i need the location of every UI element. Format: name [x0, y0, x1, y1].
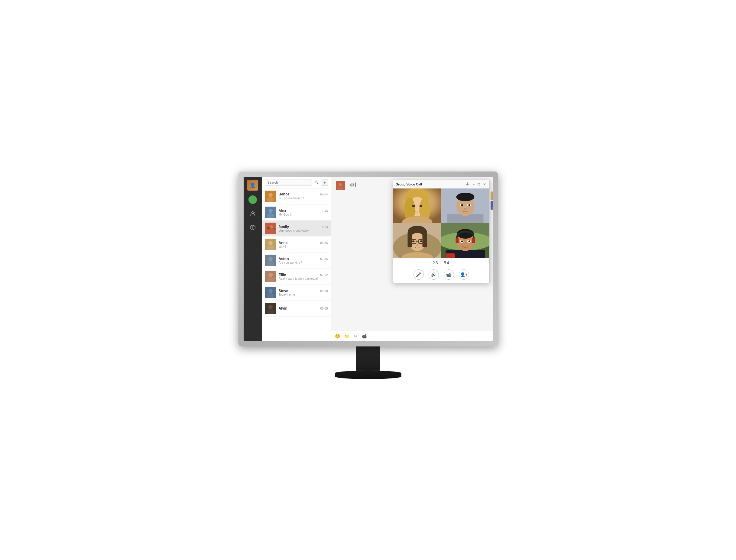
svg-point-58 — [412, 240, 415, 242]
svg-point-13 — [267, 245, 274, 250]
message-preview: Today home — [279, 293, 328, 296]
call-minimize-button[interactable]: − — [472, 182, 476, 186]
message-preview: Really want to play basketball — [279, 277, 328, 280]
list-item[interactable]: Aston 07:45 Are you working? — [262, 253, 331, 269]
sidebar: 👤 — [244, 177, 262, 341]
video-icon[interactable]: 📹 — [361, 334, 366, 339]
svg-point-43 — [461, 204, 463, 206]
contact-name: Alvin — [279, 306, 287, 311]
side-thumbnails — [491, 191, 493, 210]
folder-icon[interactable]: 📁 — [344, 334, 349, 339]
scissors-icon[interactable]: ✂ — [353, 334, 357, 339]
message-time: 08:35 — [320, 241, 328, 245]
call-controls: 🎤 🔊 📹 👤+ — [393, 268, 489, 283]
list-item[interactable]: Ellie 07:12 Really want to play basketba… — [262, 269, 331, 285]
chat-info: Aston 07:45 Are you working? — [279, 257, 328, 264]
call-pin-button[interactable]: 本 — [465, 182, 470, 187]
svg-point-15 — [268, 257, 273, 261]
call-titlebar: Group Voice Call 本 − □ ✕ — [393, 180, 489, 188]
call-title: Group Voice Call — [396, 182, 464, 186]
chat-info: Alvin 05:08 — [279, 306, 328, 311]
avatar — [265, 191, 276, 202]
voice-call-window: Group Voice Call 本 − □ ✕ — [393, 180, 490, 283]
call-close-button[interactable]: ✕ — [482, 182, 487, 186]
list-item[interactable]: Alex 11:45 My God it — [262, 204, 331, 220]
svg-point-8 — [267, 227, 270, 230]
contact-name: Aston — [279, 257, 289, 261]
svg-point-35 — [419, 205, 422, 207]
add-participant-button[interactable]: 👤+ — [459, 269, 469, 280]
avatar — [265, 239, 276, 250]
message-time: 07:12 — [320, 273, 328, 277]
avatar[interactable]: 👤 — [247, 180, 258, 191]
monitor: 👤 — [232, 171, 504, 389]
chat-info: Anne 08:35 Why? — [279, 241, 328, 248]
avatar — [265, 255, 276, 266]
svg-point-60 — [416, 244, 418, 246]
svg-point-2 — [268, 193, 273, 197]
messages-icon[interactable] — [248, 195, 257, 204]
sender-avatar — [336, 181, 345, 190]
list-item[interactable]: Anne 08:35 Why? — [262, 237, 331, 253]
monitor-neck — [356, 346, 380, 371]
svg-point-18 — [268, 273, 273, 277]
avatar — [265, 207, 276, 218]
search-button[interactable]: 🔍 — [314, 179, 320, 186]
contact-name: family — [279, 225, 289, 229]
svg-point-19 — [267, 277, 274, 282]
svg-point-25 — [267, 309, 274, 314]
video-toggle-button[interactable]: 📹 — [444, 269, 454, 280]
participant-2 — [441, 188, 489, 223]
svg-point-3 — [267, 197, 274, 202]
message-preview: Are you working? — [279, 261, 328, 264]
avatar — [265, 223, 276, 234]
list-item[interactable]: Alvin 05:08 — [262, 301, 331, 317]
message-preview: Why? — [279, 245, 328, 248]
search-input[interactable] — [265, 179, 312, 186]
message-time: 07:45 — [320, 257, 328, 261]
message-time: 11:45 — [320, 209, 328, 213]
list-item[interactable]: Steve 05:18 Today home — [262, 285, 331, 301]
add-contact-button[interactable]: + — [321, 179, 328, 186]
chat-info: family 10:23 Very good mood today — [279, 225, 328, 232]
svg-point-6 — [267, 213, 274, 218]
mute-button[interactable]: 🎤 — [414, 269, 424, 280]
avatar — [265, 303, 276, 314]
svg-point-48 — [465, 207, 466, 208]
chat-toolbar: 😊 📁 ✂ 📹 — [331, 331, 493, 341]
svg-point-44 — [468, 204, 470, 206]
chat-main: In Gu conta oh 😊 📁 ✂ 📹 Group Voice Call … — [331, 177, 493, 341]
svg-point-16 — [267, 261, 274, 266]
svg-point-9 — [270, 225, 273, 228]
contacts-icon[interactable] — [248, 209, 257, 218]
avatar — [265, 271, 276, 282]
emoji-icon[interactable]: 😊 — [335, 334, 340, 339]
speaker-button[interactable]: 🔊 — [429, 269, 439, 280]
side-thumb-2 — [491, 201, 493, 210]
side-thumb-1 — [491, 191, 493, 200]
message-time: 10:23 — [320, 225, 328, 229]
chat-info: Alex 11:45 My God it — [279, 209, 328, 216]
svg-point-22 — [267, 293, 274, 298]
call-participant-grid — [393, 188, 489, 258]
message-preview: Very good mood today — [279, 229, 328, 232]
svg-point-73 — [461, 240, 463, 242]
cube-icon[interactable] — [248, 223, 257, 232]
message-time: Today — [320, 193, 328, 196]
participant-3 — [393, 223, 441, 258]
list-item[interactable]: family 10:23 Very good mood today — [262, 220, 331, 237]
incoming-message — [336, 181, 358, 190]
monitor-bezel: 👤 — [238, 171, 498, 346]
monitor-screen: 👤 — [244, 177, 493, 341]
svg-point-5 — [268, 209, 273, 213]
svg-point-27 — [339, 183, 342, 186]
svg-point-12 — [268, 241, 273, 245]
chat-info: Ellie 07:12 Really want to play basketba… — [279, 273, 328, 280]
participant-1 — [393, 188, 441, 223]
svg-rect-70 — [472, 238, 475, 243]
list-item[interactable]: Bence Today hi，go swimming？ — [262, 188, 331, 204]
svg-point-21 — [268, 289, 273, 293]
call-resize-button[interactable]: □ — [477, 182, 481, 186]
voice-indicator — [347, 181, 358, 188]
svg-point-28 — [337, 187, 343, 190]
